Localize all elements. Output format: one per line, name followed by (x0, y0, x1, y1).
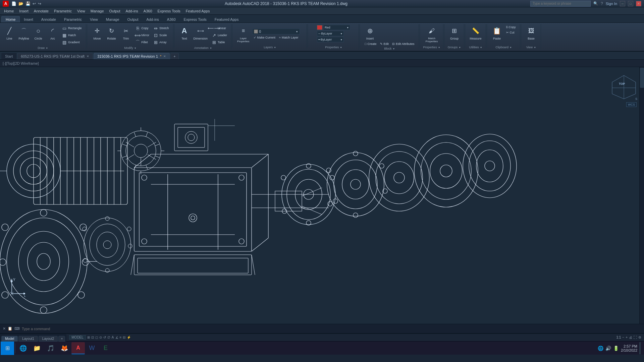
menu-insert[interactable]: Insert (16, 7, 31, 15)
snap-btn[interactable]: ⊡ (91, 336, 94, 339)
taskbar-word-btn[interactable]: W (85, 342, 99, 354)
tab-manage[interactable]: Manage (102, 16, 123, 22)
menu-annotate[interactable]: Annotate (31, 7, 51, 15)
properties-group-label[interactable]: Properties ▼ (311, 46, 356, 49)
search-icon[interactable]: 🔍 (593, 1, 598, 6)
insert-btn[interactable]: ⊕ Insert (363, 25, 377, 41)
array-btn[interactable]: ⊞Array (152, 39, 170, 46)
save-btn[interactable]: 💾 (25, 1, 31, 6)
groups-group-label[interactable]: Groups ▼ (448, 46, 461, 49)
qprops-btn[interactable]: ⚡ (127, 336, 131, 339)
circle-btn[interactable]: ○ Circle (32, 25, 45, 41)
view-cube-top-label[interactable]: TOP (619, 82, 625, 85)
move-btn[interactable]: ✛ Move (91, 25, 104, 41)
settings-icon[interactable]: ⚙ (638, 336, 641, 339)
edit-block-btn[interactable]: ✎Edit (379, 42, 390, 46)
leader-btn[interactable]: ↗Leader (210, 32, 228, 39)
taskbar-explorer-btn[interactable]: 📁 (30, 342, 44, 354)
match-properties-btn[interactable]: 🖌 MatchProperties (424, 25, 439, 44)
arc-btn[interactable]: ◜ Arc (46, 25, 59, 41)
match-layer-btn[interactable]: ≈Match Layer (278, 35, 300, 40)
doc-tab-1-close[interactable]: ✕ (87, 55, 89, 58)
make-current-btn[interactable]: ✓Make Current (252, 35, 277, 40)
utilities-expand-icon[interactable]: ▼ (480, 46, 482, 49)
signin-btn[interactable]: Sign In (606, 2, 617, 6)
cad-drawing[interactable] (0, 67, 644, 324)
table-btn[interactable]: ⊞Table (210, 39, 228, 46)
scale-btn[interactable]: ⊡Scale (152, 32, 170, 39)
dyn-btn[interactable]: ∡ (115, 336, 118, 339)
line-btn[interactable]: ╱ Line (3, 25, 16, 41)
workspace-btn[interactable]: 🖨 (629, 336, 632, 339)
right-scrollbar[interactable] (639, 67, 644, 324)
menu-output[interactable]: Output (107, 7, 123, 15)
create-block-btn[interactable]: □Create (363, 42, 378, 46)
new-doc-tab[interactable]: + (170, 53, 178, 59)
zoom-in-btn[interactable]: + (626, 336, 628, 339)
model-status-label[interactable]: MODEL (69, 335, 86, 340)
annotation-expand-icon[interactable]: ▼ (210, 47, 212, 49)
layout-tab-1[interactable]: Layout1 (18, 336, 38, 342)
app-icon[interactable]: A (3, 1, 9, 7)
taskbar-excel-btn[interactable]: E (99, 342, 112, 354)
tab-parametric[interactable]: Parametric (60, 16, 86, 22)
redo-btn[interactable]: ↪ (37, 1, 42, 6)
tray-network-icon[interactable]: 🌐 (598, 346, 603, 351)
tab-home[interactable]: Home (1, 16, 20, 22)
cmd-keyboard-btn[interactable]: ⌨ (14, 326, 20, 331)
tab-view[interactable]: View (86, 16, 102, 22)
block-expand-icon[interactable]: ▼ (392, 48, 395, 50)
ortho-btn[interactable]: ◻ (95, 336, 98, 339)
polyline-btn[interactable]: ⌒ Polyline (17, 25, 31, 41)
tab-featuredapps[interactable]: Featured Apps (211, 16, 243, 22)
text-btn[interactable]: A Text (178, 25, 191, 41)
modify-expand-icon[interactable]: ▼ (134, 47, 137, 49)
new-btn[interactable]: 📄 (11, 1, 17, 6)
tray-clock[interactable]: 2:57 PM 2/10/2022 (621, 344, 637, 352)
clipboard-expand-icon[interactable]: ▼ (509, 46, 512, 49)
draw-group-label[interactable]: Draw ▼ (3, 46, 83, 50)
taskbar-media-btn[interactable]: 🎵 (44, 342, 57, 354)
command-input[interactable] (22, 327, 641, 331)
matchprops-expand-icon[interactable]: ▼ (438, 46, 440, 49)
layers-expand-icon[interactable]: ▼ (274, 46, 276, 49)
block-group-label[interactable]: Block ▼ (363, 47, 416, 50)
tab-insert[interactable]: Insert (20, 16, 37, 22)
menu-addins[interactable]: Add-ins (123, 7, 141, 15)
tab-a360[interactable]: A360 (163, 16, 180, 22)
close-btn[interactable]: ✕ (636, 1, 641, 6)
grid-btn[interactable]: ⊞ (87, 336, 90, 339)
draw-expand-icon[interactable]: ▼ (46, 47, 48, 49)
taskbar-autocad-btn[interactable]: A (71, 342, 85, 354)
edit-attrs-btn[interactable]: ⊟Edit Attributes (391, 42, 416, 46)
tpress-btn[interactable]: ⊟ (123, 336, 125, 339)
rectangle-btn[interactable]: ▭Rectangle (60, 25, 83, 32)
open-btn[interactable]: 📂 (18, 1, 24, 6)
paste-btn[interactable]: 📋 Paste (490, 25, 504, 41)
modify-group-label[interactable]: Modify ▼ (91, 46, 170, 50)
menu-featuredapps[interactable]: Featured Apps (183, 7, 213, 15)
tab-expresstools[interactable]: Express Tools (180, 16, 211, 22)
maximize-btn[interactable]: □ (628, 1, 633, 6)
search-input[interactable] (530, 1, 591, 7)
utilities-group-label[interactable]: Utilities ▼ (469, 46, 483, 49)
layout-tab-2[interactable]: Layout2 (39, 336, 58, 342)
gradient-btn[interactable]: ▧Gradient (60, 39, 83, 46)
menu-view[interactable]: View (74, 7, 88, 15)
layer-properties-btn[interactable]: ≡ LayerProperties (236, 25, 251, 44)
scrollbar-thumb[interactable] (640, 68, 644, 88)
menu-parametric[interactable]: Parametric (51, 7, 74, 15)
cmd-history-btn[interactable]: 📋 (8, 326, 12, 331)
menu-home[interactable]: Home (1, 7, 16, 15)
otrack-btn[interactable]: ∅ (107, 336, 110, 339)
lineweight-dropdown[interactable]: ━ ByLayer ▼ (317, 37, 344, 42)
new-layout-tab[interactable]: + (58, 336, 65, 342)
tray-show-desktop[interactable] (639, 342, 641, 354)
view-expand-icon[interactable]: ▼ (534, 46, 536, 49)
measure-btn[interactable]: 📏 Measure (469, 25, 483, 41)
undo-btn[interactable]: ↩ (32, 1, 37, 6)
matchprops-group-label[interactable]: Properties ▼ (423, 46, 440, 49)
linetype-dropdown[interactable]: ─ ByLayer ▼ (317, 31, 344, 36)
polar-btn[interactable]: ⊙ (99, 336, 102, 339)
doc-tab-2-close[interactable]: ✕ (163, 55, 166, 58)
